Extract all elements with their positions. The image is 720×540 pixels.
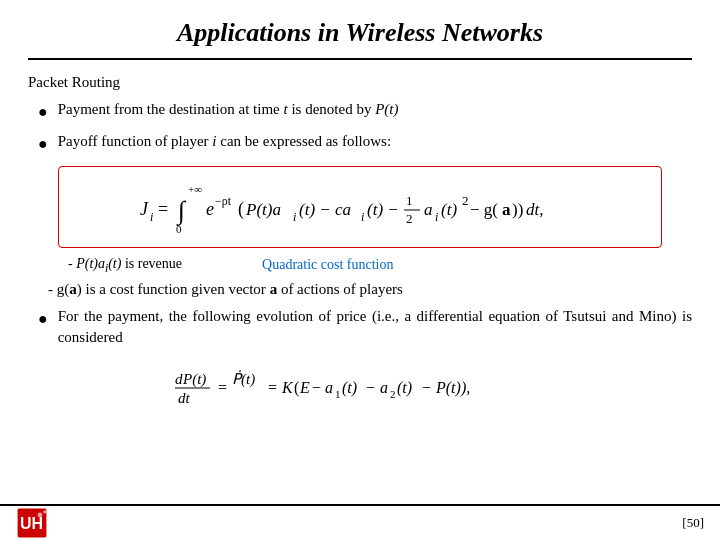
uh-logo: UH	[16, 507, 48, 539]
svg-text:i: i	[293, 210, 296, 224]
svg-text:(t): (t)	[342, 379, 357, 397]
svg-text:i: i	[150, 210, 153, 224]
svg-text:a: a	[325, 379, 333, 396]
revenue-label: - P(t)ai(t) is revenue	[68, 256, 182, 275]
page-title: Applications in Wireless Networks	[177, 18, 543, 47]
section-heading: Packet Routing	[28, 74, 692, 91]
formula-svg-1: J i = ∫ 0 +∞ e −ρt ( P(t)a i (t) − ca i …	[130, 177, 590, 237]
svg-text:=: =	[268, 379, 277, 396]
svg-text:dt: dt	[178, 390, 191, 406]
bullet-list: ● Payment from the destination at time t…	[38, 99, 692, 156]
cost-function-text: - g(a) is a cost function given vector a…	[48, 281, 682, 298]
svg-text:1: 1	[406, 193, 413, 208]
svg-text:−: −	[312, 379, 321, 396]
svg-text:P(t)),: P(t)),	[435, 379, 470, 397]
formula-box-2: d P(t) dt = Ṗ(t) = K ( E − a 1 (t) − a 2…	[58, 356, 662, 411]
svg-text:1: 1	[335, 388, 341, 400]
svg-text:+∞: +∞	[188, 183, 202, 195]
svg-text:=: =	[158, 199, 168, 219]
svg-text:a: a	[380, 379, 388, 396]
svg-text:−: −	[366, 379, 375, 396]
bullet3-text: For the payment, the following evolution…	[58, 306, 692, 348]
page-container: Applications in Wireless Networks Packet…	[0, 0, 720, 540]
svg-text:i: i	[435, 210, 438, 224]
quadratic-label: Quadratic cost function	[262, 257, 393, 273]
bullet-dot-2: ●	[38, 133, 48, 155]
svg-text:−: −	[422, 379, 431, 396]
svg-text:(t) − ca: (t) − ca	[299, 200, 351, 219]
svg-text:=: =	[218, 379, 227, 396]
svg-text:J: J	[140, 199, 149, 219]
formula-svg-2: d P(t) dt = Ṗ(t) = K ( E − a 1 (t) − a 2…	[170, 356, 550, 411]
bullet-dot-1: ●	[38, 101, 48, 123]
svg-text:(t): (t)	[397, 379, 412, 397]
svg-text:d: d	[175, 371, 183, 387]
var-pt: P(t)	[375, 101, 398, 117]
svg-text:a: a	[502, 200, 511, 219]
svg-text:e: e	[206, 199, 214, 219]
svg-point-47	[38, 513, 43, 518]
svg-text:P(t): P(t)	[182, 371, 206, 388]
list-item-2: ● Payoff function of player i can be exp…	[38, 131, 692, 155]
svg-text:E: E	[299, 379, 310, 396]
list-item-3: ● For the payment, the following evoluti…	[38, 306, 692, 348]
svg-text:UH: UH	[20, 515, 43, 532]
svg-text:0: 0	[176, 223, 182, 235]
svg-text:2: 2	[406, 211, 413, 226]
svg-point-48	[43, 510, 46, 513]
svg-text:dt,: dt,	[526, 200, 543, 219]
bullet-dot-3: ●	[38, 308, 48, 330]
svg-text:P(t)a: P(t)a	[245, 200, 281, 219]
svg-text:a: a	[424, 200, 433, 219]
svg-text:i: i	[361, 210, 364, 224]
formula-box-1: J i = ∫ 0 +∞ e −ρt ( P(t)a i (t) − ca i …	[58, 166, 662, 248]
svg-text:(t): (t)	[441, 200, 457, 219]
labels-row: - P(t)ai(t) is revenue Quadratic cost fu…	[58, 256, 662, 275]
page-number: [50]	[682, 515, 704, 531]
var-i: i	[212, 133, 216, 149]
svg-text:2: 2	[462, 193, 469, 208]
bullet1-text: Payment from the destination at time t i…	[58, 99, 399, 120]
var-t: t	[283, 101, 287, 117]
svg-text:− g(: − g(	[470, 200, 498, 219]
bottom-bar: UH [50]	[0, 504, 720, 540]
main-content: Packet Routing ● Payment from the destin…	[28, 74, 692, 540]
svg-text:K: K	[281, 379, 294, 396]
svg-text:(t) −: (t) −	[367, 200, 399, 219]
list-item-1: ● Payment from the destination at time t…	[38, 99, 692, 123]
title-section: Applications in Wireless Networks	[28, 0, 692, 60]
svg-text:(: (	[294, 379, 299, 397]
svg-text:−ρt: −ρt	[215, 194, 232, 208]
bullet-list-3: ● For the payment, the following evoluti…	[38, 306, 692, 348]
svg-text:)): ))	[512, 200, 523, 219]
svg-text:2: 2	[390, 388, 396, 400]
svg-text:(: (	[238, 199, 244, 220]
svg-text:Ṗ(t): Ṗ(t)	[232, 370, 255, 388]
bullet2-text: Payoff function of player i can be expre…	[58, 131, 391, 152]
svg-text:∫: ∫	[176, 196, 187, 226]
